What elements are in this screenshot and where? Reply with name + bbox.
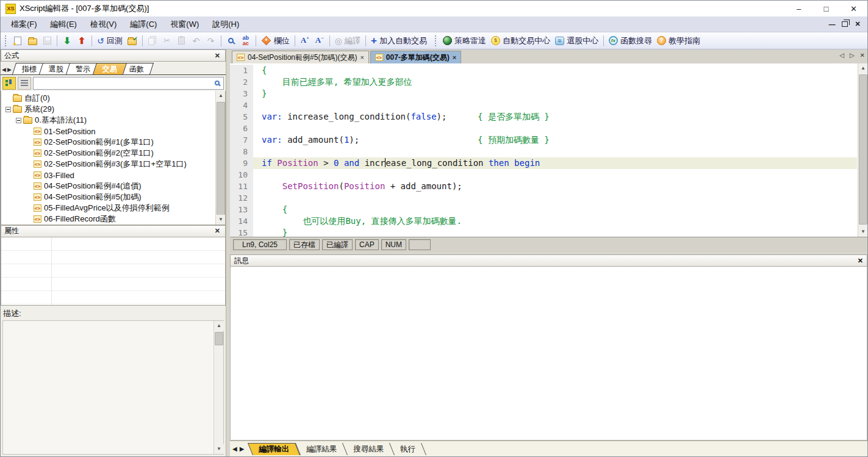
code-line-13[interactable]: 13 {: [230, 204, 857, 215]
tree-item[interactable]: <>02-SetPosition範例#3(多單1口+空單1口): [2, 159, 215, 170]
formula-tab-交易[interactable]: 交易: [93, 63, 127, 74]
backtest-button[interactable]: ↺回測: [95, 34, 124, 48]
menu-item-1[interactable]: 編輯(E): [44, 16, 84, 32]
autotrade-center-button[interactable]: $自動交易中心: [489, 34, 552, 48]
menu-item-4[interactable]: 視窗(W): [163, 16, 206, 32]
tree-item[interactable]: <>03-Filled: [2, 170, 215, 181]
fields-button[interactable]: 欄位: [259, 34, 292, 48]
description-scrollbar[interactable]: ▲ ▼: [213, 321, 223, 455]
stock-center-button[interactable]: ≈選股中心: [553, 34, 600, 48]
description-box[interactable]: ▲ ▼: [2, 320, 224, 455]
scroll-down-icon[interactable]: ▼: [858, 227, 867, 237]
tree-item[interactable]: 系統(29): [2, 104, 215, 115]
tree-item[interactable]: <>01-SetPosition: [2, 126, 215, 137]
search-button[interactable]: [224, 34, 238, 48]
code-line-1[interactable]: 1{: [230, 65, 857, 76]
close-button[interactable]: ✕: [840, 1, 867, 16]
editor-tabs-close-icon[interactable]: ✕: [860, 52, 865, 59]
tree-item[interactable]: <>06-FilledRecord函數: [2, 214, 215, 224]
tree-item[interactable]: <>05-FilledAvgPrice以及停損停利範例: [2, 203, 215, 214]
toolbar-grip-2[interactable]: [435, 35, 438, 46]
output-tabs-right-arrow[interactable]: ▶: [240, 445, 245, 452]
editor-tab-label: 007-多單加碼(交易): [386, 52, 450, 63]
guide-button[interactable]: ?教學指南: [655, 34, 702, 48]
list-view-button[interactable]: [18, 77, 31, 90]
code-line-8[interactable]: 8: [230, 146, 857, 157]
output-tabs-left-arrow[interactable]: ◀: [232, 445, 237, 452]
editor-tabs-left-arrow[interactable]: ◁: [839, 52, 844, 59]
editor-scrollbar-thumb[interactable]: [859, 74, 867, 225]
code-line-2[interactable]: 2 目前已經多單, 希望加入更多部位: [230, 76, 857, 88]
formula-search-input[interactable]: [36, 79, 215, 87]
description-scrollbar-thumb[interactable]: [215, 332, 223, 345]
tree-scrollbar-thumb[interactable]: [217, 102, 225, 225]
code-line-12[interactable]: 12: [230, 192, 857, 204]
code-text: 也可以使用Buy, 直接傳入多單加碼數量.: [253, 215, 857, 227]
code-line-6[interactable]: 6: [230, 123, 857, 134]
scroll-down-icon[interactable]: ▼: [214, 444, 224, 454]
output-tab-編譯結果[interactable]: 編譯結果: [295, 443, 347, 455]
formula-search-icon[interactable]: [215, 81, 220, 85]
collapse-icon[interactable]: [16, 118, 21, 123]
add-autotrade-button[interactable]: +加入自動交易: [369, 34, 429, 48]
tree-item[interactable]: 自訂(0): [2, 93, 215, 104]
mdi-close-button[interactable]: ✕: [853, 20, 863, 28]
code-line-5[interactable]: 5var: increase_long_condition(false); { …: [230, 111, 857, 123]
formula-tabs-right-arrow[interactable]: ▶: [7, 67, 12, 73]
scroll-down-icon[interactable]: ▼: [216, 215, 226, 225]
code-line-9[interactable]: 9if Position > 0 and increase_long_condi…: [230, 157, 857, 169]
tree-view-button[interactable]: [2, 77, 16, 90]
scroll-up-icon[interactable]: ▲: [214, 321, 224, 331]
new-file-button[interactable]: [11, 34, 24, 48]
code-line-15[interactable]: 15 }: [230, 227, 857, 237]
code-line-4[interactable]: 4: [230, 99, 857, 111]
editor-tab[interactable]: <>04-SetPosition範例#5(加碼)(交易)×: [232, 51, 369, 63]
collapse-icon[interactable]: [5, 107, 11, 112]
tree-item[interactable]: <>02-SetPosition範例#1(多單1口): [2, 137, 215, 148]
menu-item-5[interactable]: 說明(H): [206, 16, 246, 32]
code-line-14[interactable]: 14 也可以使用Buy, 直接傳入多單加碼數量.: [230, 215, 857, 227]
output-tab-搜尋結果[interactable]: 搜尋結果: [342, 443, 394, 455]
message-panel-close-icon[interactable]: ✕: [858, 257, 863, 265]
tree-item[interactable]: <>02-SetPosition範例#2(空單1口): [2, 148, 215, 159]
code-line-11[interactable]: 11 SetPosition(Position + add_amount);: [230, 181, 857, 192]
tree-item[interactable]: <>04-SetPosition範例#4(追價): [2, 181, 215, 192]
output-tab-編譯輸出[interactable]: 編譯輸出: [248, 443, 300, 455]
editor-scrollbar[interactable]: ▲ ▼: [858, 63, 867, 237]
output-tab-執行[interactable]: 執行: [389, 443, 426, 455]
replace-button[interactable]: abac: [239, 34, 253, 48]
menu-item-0[interactable]: 檔案(F): [4, 16, 44, 32]
font-decrease-button[interactable]: A−: [313, 34, 326, 48]
strategy-radar-button[interactable]: 策略雷達: [441, 34, 488, 48]
function-search-button[interactable]: fx函數搜尋: [607, 34, 654, 48]
tab-close-icon[interactable]: ×: [360, 54, 364, 61]
editor-tabs-right-arrow[interactable]: ▷: [850, 52, 855, 59]
menu-item-2[interactable]: 檢視(V): [84, 16, 123, 32]
tree-item[interactable]: 0.基本語法(11): [2, 115, 215, 126]
menu-item-3[interactable]: 編譯(C): [123, 16, 163, 32]
tree-item[interactable]: <>04-SetPosition範例#5(加碼): [2, 192, 215, 203]
tree-scrollbar[interactable]: ▲ ▼: [215, 91, 225, 225]
tab-close-icon[interactable]: ×: [453, 54, 456, 61]
maximize-button[interactable]: □: [812, 1, 840, 16]
mdi-restore-button[interactable]: [842, 21, 848, 27]
code-line-10[interactable]: 10: [230, 169, 857, 181]
scroll-up-icon[interactable]: ▲: [858, 63, 867, 73]
import-button[interactable]: ⬇: [60, 34, 74, 48]
open-verified-button[interactable]: [126, 34, 139, 48]
code-line-3[interactable]: 3}: [230, 88, 857, 99]
code-editor[interactable]: 1{2 目前已經多單, 希望加入更多部位3}45var: increase_lo…: [230, 63, 867, 237]
message-output[interactable]: [230, 267, 867, 441]
formula-panel-close-icon[interactable]: ✕: [213, 52, 222, 60]
editor-tab[interactable]: <>007-多單加碼(交易)×: [370, 51, 461, 63]
minimize-button[interactable]: –: [785, 1, 812, 16]
open-button[interactable]: [26, 34, 39, 48]
scroll-up-icon[interactable]: ▲: [216, 91, 226, 101]
toolbar-grip[interactable]: [5, 35, 8, 46]
properties-panel-close-icon[interactable]: ✕: [213, 227, 222, 235]
font-increase-button[interactable]: A+: [298, 34, 312, 48]
export-button[interactable]: ⬆: [75, 34, 88, 48]
code-line-7[interactable]: 7var: add_amount(1); { 預期加碼數量 }: [230, 134, 857, 146]
mdi-minimize-button[interactable]: —: [827, 21, 837, 28]
formula-tabs-left-arrow[interactable]: ◀: [2, 67, 6, 73]
